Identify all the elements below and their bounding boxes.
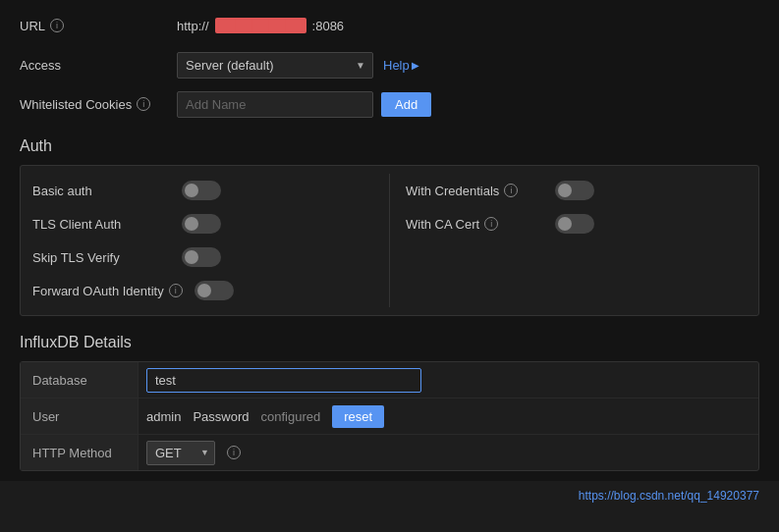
with-credentials-toggle[interactable] bbox=[555, 181, 594, 200]
auth-section: Basic auth TLS Client Auth Ski bbox=[20, 165, 759, 316]
auth-row-tls-client: TLS Client Auth bbox=[32, 207, 373, 240]
basic-auth-toggle[interactable] bbox=[182, 181, 221, 200]
user-content: admin Password configured reset bbox=[139, 401, 758, 432]
with-credentials-slider bbox=[555, 181, 594, 200]
user-value: admin bbox=[146, 409, 181, 424]
database-input[interactable] bbox=[146, 368, 421, 393]
http-method-label: HTTP Method bbox=[21, 435, 139, 470]
url-info-icon[interactable]: i bbox=[50, 19, 64, 32]
access-select-wrapper: Server (default) Browser ▼ bbox=[177, 52, 373, 79]
auth-left-col: Basic auth TLS Client Auth Ski bbox=[32, 174, 390, 307]
auth-row-forward-oauth: Forward OAuth Identity i bbox=[32, 274, 373, 307]
add-button[interactable]: Add bbox=[381, 92, 431, 117]
auth-heading: Auth bbox=[20, 137, 759, 155]
http-method-row: HTTP Method GET POST ▼ i bbox=[21, 435, 758, 470]
access-label: Access bbox=[20, 58, 177, 73]
tls-client-auth-toggle[interactable] bbox=[182, 214, 221, 234]
whitelisted-cookies-info-icon[interactable]: i bbox=[137, 97, 150, 111]
user-row: User admin Password configured reset bbox=[21, 399, 758, 435]
auth-row-skip-tls: Skip TLS Verify bbox=[32, 240, 373, 274]
with-ca-cert-info-icon[interactable]: i bbox=[484, 217, 498, 231]
basic-auth-slider bbox=[182, 181, 221, 200]
http-method-select[interactable]: GET POST bbox=[146, 441, 215, 465]
url-redacted: ██████████ bbox=[215, 18, 306, 33]
url-value: http://██████████:8086 bbox=[177, 18, 344, 33]
with-ca-cert-toggle[interactable] bbox=[555, 214, 594, 234]
auth-row-with-credentials: With Credentials i bbox=[406, 174, 747, 207]
add-name-input[interactable] bbox=[177, 91, 373, 118]
with-credentials-label: With Credentials i bbox=[406, 184, 543, 198]
skip-tls-verify-toggle[interactable] bbox=[182, 247, 221, 267]
with-ca-cert-slider bbox=[555, 214, 594, 234]
user-label: User bbox=[21, 399, 139, 434]
url-label: URL i bbox=[20, 19, 177, 33]
database-label: Database bbox=[21, 362, 139, 398]
basic-auth-label: Basic auth bbox=[32, 184, 170, 198]
skip-tls-verify-slider bbox=[182, 247, 221, 267]
access-select[interactable]: Server (default) Browser bbox=[177, 52, 373, 79]
database-content bbox=[139, 364, 758, 397]
http-method-info-icon[interactable]: i bbox=[227, 446, 241, 459]
whitelisted-cookies-label: Whitelisted Cookies i bbox=[20, 97, 177, 112]
with-credentials-info-icon[interactable]: i bbox=[504, 184, 518, 197]
auth-row-with-ca-cert: With CA Cert i bbox=[406, 207, 747, 240]
skip-tls-verify-label: Skip TLS Verify bbox=[32, 250, 170, 265]
database-row: Database bbox=[21, 362, 758, 399]
forward-oauth-slider bbox=[195, 281, 234, 300]
http-method-content: GET POST ▼ i bbox=[139, 437, 758, 469]
reset-button[interactable]: reset bbox=[332, 405, 384, 428]
auth-row-basic-auth: Basic auth bbox=[32, 174, 373, 207]
influxdb-heading: InfluxDB Details bbox=[20, 334, 759, 351]
help-link[interactable]: Help▶ bbox=[383, 58, 419, 73]
help-arrow-icon: ▶ bbox=[412, 60, 419, 71]
footer-link[interactable]: https://blog.csdn.net/qq_14920377 bbox=[0, 481, 779, 506]
influxdb-section: Database User admin Password configured … bbox=[20, 361, 759, 471]
forward-oauth-toggle[interactable] bbox=[195, 281, 234, 300]
tls-client-auth-label: TLS Client Auth bbox=[32, 217, 170, 232]
auth-right-col: With Credentials i With CA Cert i bbox=[390, 174, 747, 307]
with-ca-cert-label: With CA Cert i bbox=[406, 217, 543, 232]
password-status: configured bbox=[261, 409, 321, 424]
auth-grid: Basic auth TLS Client Auth Ski bbox=[32, 174, 747, 307]
tls-client-auth-slider bbox=[182, 214, 221, 234]
http-method-select-wrapper: GET POST ▼ bbox=[146, 441, 215, 465]
password-label: Password bbox=[193, 409, 249, 424]
forward-oauth-info-icon[interactable]: i bbox=[169, 284, 183, 297]
forward-oauth-label: Forward OAuth Identity i bbox=[32, 284, 183, 298]
